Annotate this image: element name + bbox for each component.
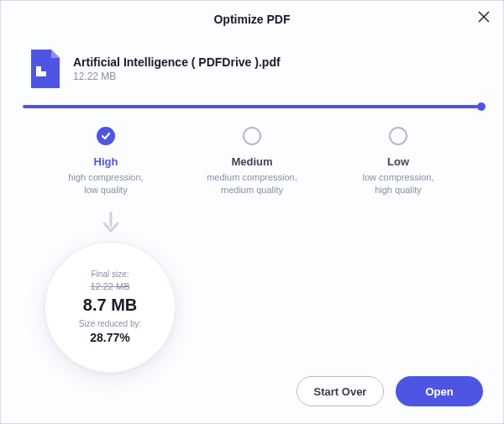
check-icon [101,131,111,141]
footer-buttons: Start Over Open [297,376,483,406]
close-button[interactable] [476,11,491,26]
file-name: Artificial Intelligence ( PDFDrive ).pdf [73,55,281,69]
reduced-percent: 28.77% [90,331,129,344]
option-medium[interactable]: Medium medium compression, medium qualit… [189,127,315,196]
option-low-label: Low [387,155,409,168]
arrow-down-icon [102,212,503,237]
start-over-label: Start Over [314,385,367,398]
close-icon [478,11,490,23]
option-high-desc: high compression, low quality [68,171,143,196]
final-size: 8.7 MB [83,296,137,315]
original-size: 12.22 MB [90,281,129,291]
file-size: 12.22 MB [73,71,281,82]
start-over-button[interactable]: Start Over [297,376,384,406]
option-high[interactable]: High high compression, low quality [43,127,169,196]
progress-bar [23,105,481,108]
radio-medium [243,127,261,145]
titlebar: Optimize PDF [1,1,503,34]
dialog-title: Optimize PDF [213,13,290,26]
radio-low [389,127,407,145]
option-high-label: High [94,155,118,168]
radio-high [97,127,115,145]
final-size-label: Final size: [91,270,129,279]
file-meta: Artificial Intelligence ( PDFDrive ).pdf… [73,55,281,82]
open-label: Open [425,385,453,398]
result-circle: Final size: 12.22 MB 8.7 MB Size reduced… [45,242,176,373]
optimize-pdf-dialog: Optimize PDF Artificial Intelligence ( P… [0,0,504,424]
reduced-label: Size reduced by: [79,319,142,328]
pdf-file-icon [28,50,60,88]
open-button[interactable]: Open [396,376,483,406]
progress-knob [477,102,486,111]
svg-rect-4 [41,66,46,71]
compression-options: High high compression, low quality Mediu… [1,108,503,196]
option-low-desc: low compression, high quality [363,171,434,196]
file-info-row: Artificial Intelligence ( PDFDrive ).pdf… [1,34,503,105]
option-medium-label: Medium [231,155,272,168]
option-low[interactable]: Low low compression, high quality [335,127,461,196]
option-medium-desc: medium compression, medium quality [207,171,297,196]
